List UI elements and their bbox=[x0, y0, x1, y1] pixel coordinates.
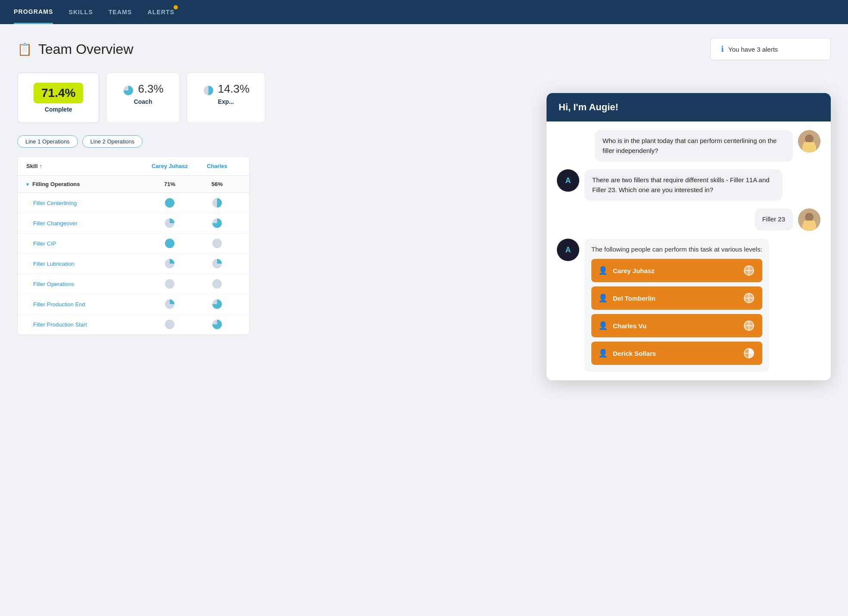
nav-skills[interactable]: SKILLS bbox=[68, 1, 93, 23]
svg-point-7 bbox=[212, 239, 222, 248]
chat-overlay: Hi, I'm Augie! Who is in the plant today… bbox=[547, 93, 831, 380]
person-btn-derick[interactable]: 👤 Derick Sollars bbox=[591, 342, 762, 365]
exp-value-row: 14.3% bbox=[202, 82, 250, 98]
filter-line2[interactable]: Line 2 Operations bbox=[82, 135, 143, 148]
stat-card-coach: 6.3% Coach bbox=[106, 72, 179, 123]
cell-prodstart-col1 bbox=[146, 319, 193, 330]
user-message-2: Filler 23 bbox=[557, 208, 820, 231]
exp-label: Exp... bbox=[202, 98, 250, 105]
table-row: Filler CIP bbox=[18, 233, 249, 254]
coach-value-row: 6.3% bbox=[122, 82, 163, 98]
cell-cip-col2 bbox=[193, 238, 241, 249]
person-btn-carey[interactable]: 👤 Carey Juhasz bbox=[591, 259, 762, 282]
person-skill-del bbox=[742, 292, 755, 305]
table-header: Skill ↑ Carey Juhasz Charles bbox=[18, 157, 249, 176]
cell-operations-col2 bbox=[193, 278, 241, 289]
filter-line1[interactable]: Line 1 Operations bbox=[17, 135, 78, 148]
th-charles[interactable]: Charles bbox=[193, 163, 241, 169]
cell-prodstart-col2 bbox=[193, 319, 241, 330]
group-name: Filling Operations bbox=[32, 181, 146, 187]
page-title-area: 📋 Team Overview bbox=[17, 41, 134, 57]
coach-label: Coach bbox=[122, 98, 163, 105]
bot-people-list: The following people can perform this ta… bbox=[584, 239, 769, 372]
cell-lubrication-col1 bbox=[146, 258, 193, 269]
page-title-icon: 📋 bbox=[17, 42, 32, 56]
svg-point-23 bbox=[805, 213, 814, 221]
stat-card-complete: 71.4% Complete bbox=[17, 72, 99, 123]
nav-programs[interactable]: PROGRAMS bbox=[14, 0, 53, 24]
coach-value: 6.3% bbox=[138, 82, 163, 96]
table-row: Filler Lubrication bbox=[18, 254, 249, 274]
cell-centerlining-col1 bbox=[146, 197, 193, 208]
person-icon-carey: 👤 bbox=[598, 266, 608, 275]
skill-filler-lubrication[interactable]: Filler Lubrication bbox=[33, 261, 146, 267]
table-row: Filler Production End bbox=[18, 294, 249, 314]
svg-point-10 bbox=[165, 279, 174, 289]
complete-value: 71.4% bbox=[34, 83, 83, 103]
page-header: 📋 Team Overview ℹ You have 3 alerts bbox=[17, 38, 831, 60]
table-row: Filler Operations bbox=[18, 274, 249, 294]
svg-point-14 bbox=[165, 320, 174, 329]
alerts-text: You have 3 alerts bbox=[728, 46, 778, 53]
person-skill-charles bbox=[742, 319, 755, 332]
svg-point-2 bbox=[165, 198, 174, 208]
skill-filler-centerlining[interactable]: Filler Centerlining bbox=[33, 200, 146, 206]
skill-filler-changeover[interactable]: Filler Changeover bbox=[33, 220, 146, 227]
bot-avatar-1: A bbox=[557, 169, 579, 192]
navigation: PROGRAMS SKILLS TEAMS ALERTS bbox=[0, 0, 848, 24]
table-row: Filler Changeover bbox=[18, 213, 249, 233]
svg-rect-19 bbox=[803, 142, 815, 146]
exp-pie-icon bbox=[202, 84, 214, 96]
skill-filler-operations[interactable]: Filler Operations bbox=[33, 281, 146, 287]
complete-label: Complete bbox=[34, 106, 83, 113]
stat-card-exp: 14.3% Exp... bbox=[186, 72, 266, 123]
svg-point-6 bbox=[165, 239, 174, 248]
chat-header: Hi, I'm Augie! bbox=[547, 93, 831, 121]
svg-rect-25 bbox=[803, 221, 815, 225]
cell-prodend-col1 bbox=[146, 299, 193, 310]
th-carey[interactable]: Carey Juhasz bbox=[146, 163, 193, 169]
skill-filler-cip[interactable]: Filler CIP bbox=[33, 240, 146, 247]
person-skill-derick bbox=[742, 347, 755, 360]
person-name-derick: Derick Sollars bbox=[613, 350, 737, 357]
person-icon-derick: 👤 bbox=[598, 348, 608, 358]
skill-filler-production-end[interactable]: Filler Production End bbox=[33, 301, 146, 308]
person-name-del: Del Tomberlin bbox=[613, 295, 737, 302]
svg-text:A: A bbox=[565, 176, 571, 185]
bot-message-2: A The following people can perform this … bbox=[557, 239, 820, 372]
coach-pie-icon bbox=[122, 84, 134, 96]
person-name-carey: Carey Juhasz bbox=[613, 267, 737, 274]
user-bubble-1: Who is in the plant today that can perfo… bbox=[595, 130, 793, 162]
person-btn-del[interactable]: 👤 Del Tomberlin bbox=[591, 286, 762, 310]
cell-changeover-col2 bbox=[193, 218, 241, 229]
person-skill-carey bbox=[742, 264, 755, 277]
bot-avatar-2: A bbox=[557, 239, 579, 261]
nav-teams[interactable]: TEAMS bbox=[109, 1, 132, 23]
main-content: 📋 Team Overview ℹ You have 3 alerts 71.4… bbox=[0, 24, 848, 349]
exp-value: 14.3% bbox=[218, 82, 250, 96]
skills-table: Skill ↑ Carey Juhasz Charles ▾ Filling O… bbox=[17, 156, 250, 335]
table-row: Filler Centerlining bbox=[18, 193, 249, 213]
cell-prodend-col2 bbox=[193, 299, 241, 310]
cell-lubrication-col2 bbox=[193, 258, 241, 269]
th-skill[interactable]: Skill ↑ bbox=[26, 163, 146, 169]
cell-cip-col1 bbox=[146, 238, 193, 249]
info-icon: ℹ bbox=[721, 44, 724, 54]
alert-dot-icon bbox=[174, 5, 178, 9]
group-toggle-icon[interactable]: ▾ bbox=[26, 181, 29, 187]
group-pct-col1: 71% bbox=[146, 181, 193, 187]
person-icon-del: 👤 bbox=[598, 293, 608, 303]
group-pct-col2: 56% bbox=[193, 181, 241, 187]
cell-operations-col1 bbox=[146, 278, 193, 289]
people-list-intro: The following people can perform this ta… bbox=[591, 246, 762, 253]
user-avatar-1 bbox=[798, 130, 820, 152]
nav-alerts[interactable]: ALERTS bbox=[148, 1, 175, 23]
group-filling-operations: ▾ Filling Operations 71% 56% bbox=[18, 176, 249, 193]
skill-filler-production-start[interactable]: Filler Production Start bbox=[33, 321, 146, 328]
chat-body: Who is in the plant today that can perfo… bbox=[547, 121, 831, 380]
alerts-banner[interactable]: ℹ You have 3 alerts bbox=[710, 38, 831, 60]
user-message-1: Who is in the plant today that can perfo… bbox=[557, 130, 820, 162]
svg-point-17 bbox=[805, 134, 814, 143]
svg-point-11 bbox=[212, 279, 222, 289]
person-btn-charles[interactable]: 👤 Charles Vu bbox=[591, 314, 762, 337]
